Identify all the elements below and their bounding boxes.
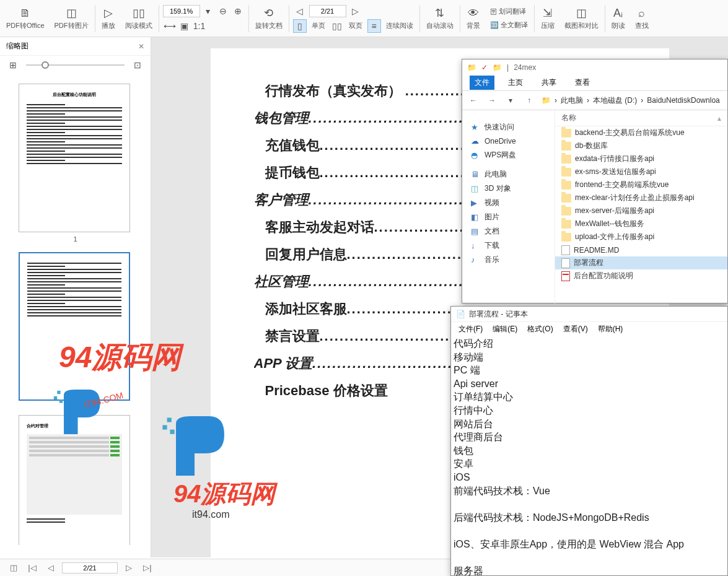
play-button[interactable]: ▷ 播放 xyxy=(97,1,120,36)
play-icon: ▷ xyxy=(102,6,115,20)
menu-view[interactable]: 查看(V) xyxy=(559,323,592,335)
file-item[interactable]: frontend-主交易前端系统vue xyxy=(555,178,727,191)
svg-rect-5 xyxy=(170,430,174,434)
reading-mode-button[interactable]: ▯▯ 阅读模式 xyxy=(120,1,157,36)
full-translate-button[interactable]: 🈁 全文翻译 xyxy=(488,19,530,32)
history-button[interactable]: ▾ xyxy=(504,94,517,107)
nav-item[interactable]: ▶视频 xyxy=(462,196,555,210)
speaker-icon: Aᵢ xyxy=(612,6,625,20)
next-page-button[interactable]: ▷ xyxy=(349,4,362,18)
thumbnail-panel: 缩略图 ✕ ⊞ ⊡ 后台配置核心功能说明 1 xyxy=(0,37,151,557)
tab-view[interactable]: 查看 xyxy=(570,76,595,90)
file-item[interactable]: mex-clear-计划任务止盈止损服务api xyxy=(555,191,727,204)
pdf-icon xyxy=(561,271,570,281)
compress-icon: ⇲ xyxy=(541,6,555,20)
pdf-to-office-button[interactable]: 🗎 PDF转Office xyxy=(1,1,50,36)
menu-file[interactable]: 文件(F) xyxy=(455,323,486,335)
nav-icon: ↓ xyxy=(471,241,481,251)
compress-button[interactable]: ⇲ 压缩 xyxy=(536,1,559,36)
file-item[interactable]: MexWallet--钱包服务 xyxy=(555,217,727,230)
file-item[interactable]: ex-sms-发送短信服务api xyxy=(555,165,727,178)
continuous-button[interactable]: ≡ xyxy=(367,19,381,33)
screenshot-icon: ◫ xyxy=(574,6,588,20)
svg-rect-3 xyxy=(167,417,172,422)
auto-scroll-button[interactable]: ⇅ 自动滚动 xyxy=(421,1,458,36)
menu-help[interactable]: 帮助(H) xyxy=(594,323,627,335)
page-input-bottom[interactable] xyxy=(62,562,118,574)
thumbnail-page-2[interactable] xyxy=(19,252,130,401)
menu-format[interactable]: 格式(O) xyxy=(524,323,556,335)
file-item[interactable]: 部署流程 xyxy=(555,256,727,269)
nav-icon: 🖥 xyxy=(471,170,481,180)
notepad-window: 📄 部署流程 - 记事本 文件(F) 编辑(E) 格式(O) 查看(V) 帮助(… xyxy=(450,306,728,576)
nav-item[interactable]: ↓下载 xyxy=(462,238,555,253)
nav-item[interactable]: ★快速访问 xyxy=(462,120,555,134)
first-page-button[interactable]: |◁ xyxy=(25,562,40,574)
single-page-button[interactable]: ▯ xyxy=(293,19,307,33)
page-input[interactable] xyxy=(309,5,346,17)
expand-icon[interactable]: ⊞ xyxy=(6,58,20,72)
file-item[interactable]: README.MD xyxy=(555,243,727,256)
file-item[interactable]: exdata-行情接口服务api xyxy=(555,152,727,165)
zoom-dropdown-button[interactable]: ▾ xyxy=(201,4,215,18)
folder-icon: 📁 xyxy=(542,96,551,105)
pdf-toolbar: 🗎 PDF转Office ◫ PDF转图片 ▷ 播放 ▯▯ 阅读模式 ▾ ⊖ ⊕… xyxy=(0,0,728,37)
nav-item[interactable]: ▤文档 xyxy=(462,224,555,238)
word-translate-button[interactable]: 🈂 划词翻译 xyxy=(488,5,530,19)
nav-item[interactable]: 🖥此电脑 xyxy=(462,167,555,181)
fit-width-icon[interactable]: ⟷ xyxy=(163,19,177,33)
menu-edit[interactable]: 编辑(E) xyxy=(489,323,521,335)
column-header-name[interactable]: 名称 xyxy=(561,113,576,123)
zoom-input[interactable] xyxy=(163,5,200,17)
last-page-button[interactable]: ▷| xyxy=(140,562,155,574)
file-item[interactable]: db-数据库 xyxy=(555,139,727,152)
pdf-to-office-icon: 🗎 xyxy=(19,6,32,20)
tab-share[interactable]: 共享 xyxy=(537,76,561,90)
prev-page-button[interactable]: ◁ xyxy=(43,562,58,574)
zoom-in-button[interactable]: ⊕ xyxy=(231,4,245,18)
zoom-out-button[interactable]: ⊖ xyxy=(216,4,230,18)
notepad-titlebar[interactable]: 📄 部署流程 - 记事本 xyxy=(451,307,727,322)
nav-item[interactable]: ☁OneDrive xyxy=(462,134,555,148)
screenshot-compare-button[interactable]: ◫ 截图和对比 xyxy=(559,1,603,36)
fit-page-icon[interactable]: ▣ xyxy=(178,19,191,33)
folder-icon xyxy=(561,194,571,203)
file-explorer-window: 📁 ✓ 📁 | 24mex 文件 主页 共享 查看 ← → ▾ ↑ 📁 › 此电… xyxy=(462,59,728,303)
nav-item[interactable]: ◧图片 xyxy=(462,210,555,224)
rotate-icon: ⟲ xyxy=(262,6,276,20)
nav-item[interactable]: ◫3D 对象 xyxy=(462,181,555,196)
prev-page-button[interactable]: ◁ xyxy=(293,4,307,18)
sb-icon[interactable]: ◫ xyxy=(6,562,21,574)
thumbnail-page-1[interactable]: 后台配置核心功能说明 xyxy=(19,84,130,232)
tab-file[interactable]: 文件 xyxy=(470,76,494,90)
forward-button[interactable]: → xyxy=(486,94,498,107)
thumbnail-zoom-slider[interactable] xyxy=(26,59,125,71)
pdf-to-image-icon: ◫ xyxy=(64,6,78,20)
file-item[interactable]: 后台配置功能说明 xyxy=(555,269,727,282)
address-bar[interactable]: 📁 › 此电脑 › 本地磁盘 (D:) › BaiduNetdiskDownlo… xyxy=(542,95,722,106)
double-page-button[interactable]: ▯▯ xyxy=(330,19,344,33)
file-item[interactable]: upload-文件上传服务api xyxy=(555,230,727,243)
background-button[interactable]: 👁 背景 xyxy=(462,1,485,36)
tab-home[interactable]: 主页 xyxy=(503,76,528,90)
back-button[interactable]: ← xyxy=(467,94,480,107)
nav-icon: ☁ xyxy=(471,136,481,146)
nav-icon: ▶ xyxy=(471,198,481,208)
notepad-content[interactable]: 代码介绍移动端PC 端Api server订单结算中心行情中心网站后台代理商后台… xyxy=(451,336,727,576)
file-item[interactable]: mex-server-后端服务api xyxy=(555,204,727,217)
nav-item[interactable]: ◓WPS网盘 xyxy=(462,148,555,162)
rotate-doc-button[interactable]: ⟲ 旋转文档 xyxy=(250,1,287,36)
folder-icon: 📁 xyxy=(467,63,476,72)
find-button[interactable]: ⌕ 查找 xyxy=(630,1,654,36)
collapse-icon[interactable]: ⊡ xyxy=(131,58,144,72)
up-button[interactable]: ↑ xyxy=(523,94,535,107)
nav-item[interactable]: ♪音乐 xyxy=(462,253,555,267)
file-item[interactable]: backend-主交易后台前端系统vue xyxy=(555,126,727,139)
pdf-to-image-button[interactable]: ◫ PDF转图片 xyxy=(50,1,94,36)
close-panel-button[interactable]: ✕ xyxy=(138,42,144,51)
actual-size-icon[interactable]: 1:1 xyxy=(193,19,206,33)
next-page-button[interactable]: ▷ xyxy=(121,562,136,574)
explorer-titlebar[interactable]: 📁 ✓ 📁 | 24mex xyxy=(462,59,727,75)
read-aloud-button[interactable]: Aᵢ 朗读 xyxy=(607,1,630,36)
translate-icon: 🈂 xyxy=(490,8,497,15)
